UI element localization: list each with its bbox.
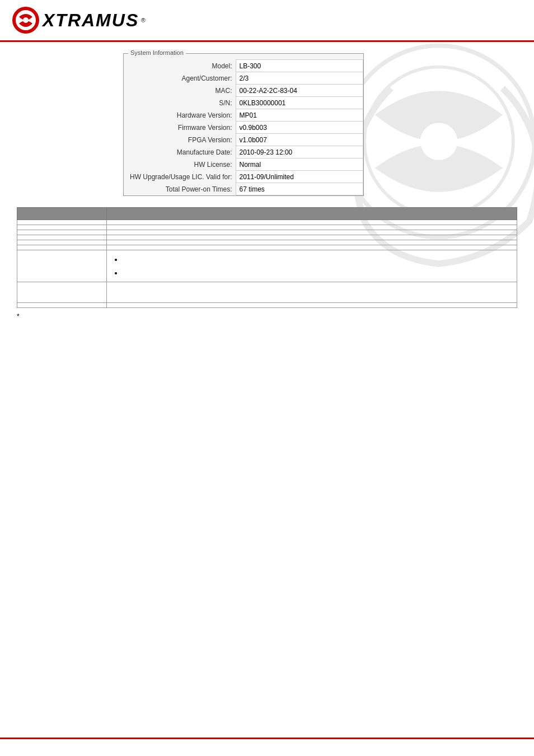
- logo-icon: [11, 6, 40, 35]
- info-row: Hardware Version:MP01: [124, 109, 363, 122]
- panel-title: System Information: [128, 49, 186, 56]
- table-row-bullets: [17, 250, 517, 282]
- info-row: Firmware Version:v0.9b003: [124, 122, 363, 134]
- header: XTRAMUS®: [0, 0, 534, 42]
- logo-registered: ®: [141, 17, 145, 24]
- info-row: Agent/Customer:2/3: [124, 72, 363, 85]
- asterisk-note: *: [17, 312, 517, 320]
- info-value: 67 times: [236, 183, 363, 195]
- info-value: LB-300: [236, 60, 363, 72]
- info-value: 2/3: [236, 72, 363, 85]
- info-value: 0KLB30000001: [236, 97, 363, 109]
- table-row: [17, 235, 517, 240]
- info-value: v0.9b003: [236, 122, 363, 134]
- info-row: Total Power-on Times:67 times: [124, 183, 363, 195]
- table-header-col2: [107, 208, 517, 220]
- footer-line: [0, 738, 534, 739]
- table-row: [17, 220, 517, 225]
- info-label: HW License:: [124, 158, 236, 171]
- info-value: 2011-09/Unlimited: [236, 171, 363, 183]
- info-row: Manufacture Date:2010-09-23 12:00: [124, 146, 363, 158]
- logo-container: XTRAMUS®: [11, 6, 146, 35]
- info-label: Manufacture Date:: [124, 146, 236, 158]
- info-label: Hardware Version:: [124, 109, 236, 122]
- system-info-panel: System Information Model:LB-300Agent/Cus…: [123, 53, 364, 196]
- table-row: [17, 282, 517, 303]
- info-row: S/N:0KLB30000001: [124, 97, 363, 109]
- info-row: Model:LB-300: [124, 60, 363, 72]
- info-label: Firmware Version:: [124, 122, 236, 134]
- logo-text: XTRAMUS: [43, 10, 139, 31]
- table-header-row: [17, 208, 517, 220]
- table-row: [17, 303, 517, 308]
- info-value: Normal: [236, 158, 363, 171]
- info-label: S/N:: [124, 97, 236, 109]
- info-row: FPGA Version:v1.0b007: [124, 134, 363, 146]
- svg-point-2: [23, 17, 29, 23]
- info-row: MAC:00-22-A2-2C-83-04: [124, 85, 363, 97]
- info-label: FPGA Version:: [124, 134, 236, 146]
- bottom-table: [17, 207, 517, 308]
- info-value: 00-22-A2-2C-83-04: [236, 85, 363, 97]
- info-value: 2010-09-23 12:00: [236, 146, 363, 158]
- table-row: [17, 240, 517, 245]
- table-header-col1: [17, 208, 107, 220]
- info-row: HW Upgrade/Usage LIC. Valid for:2011-09/…: [124, 171, 363, 183]
- table-row: [17, 225, 517, 230]
- info-label: Agent/Customer:: [124, 72, 236, 85]
- main-content: System Information Model:LB-300Agent/Cus…: [0, 42, 534, 332]
- info-label: MAC:: [124, 85, 236, 97]
- table-row: [17, 245, 517, 250]
- bottom-section: [17, 207, 517, 308]
- info-table: Model:LB-300Agent/Customer:2/3MAC:00-22-…: [124, 59, 363, 195]
- info-label: Model:: [124, 60, 236, 72]
- table-row: [17, 230, 517, 235]
- info-label: Total Power-on Times:: [124, 183, 236, 195]
- info-value: v1.0b007: [236, 134, 363, 146]
- info-label: HW Upgrade/Usage LIC. Valid for:: [124, 171, 236, 183]
- info-value: MP01: [236, 109, 363, 122]
- info-row: HW License:Normal: [124, 158, 363, 171]
